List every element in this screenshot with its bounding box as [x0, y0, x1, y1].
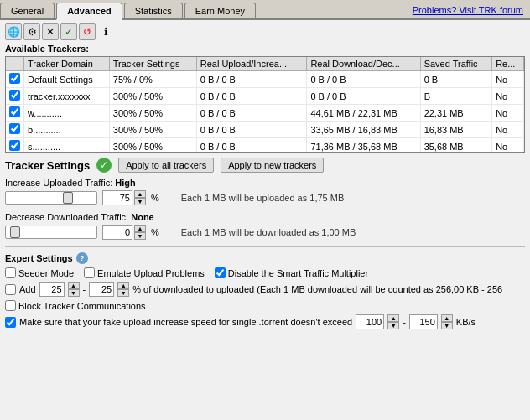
col-saved: Saved Traffic [420, 57, 492, 71]
col-settings: Tracker Settings [109, 57, 196, 71]
globe-icon[interactable]: 🌐 [5, 23, 22, 40]
upload-decrement-btn[interactable]: ▼ [134, 198, 146, 205]
download-increment-btn[interactable]: ▲ [134, 225, 146, 232]
expert-help-icon[interactable]: ? [76, 252, 88, 264]
tracker-settings-title: Tracker Settings [5, 159, 90, 172]
speed-unit-label: KB/s [456, 317, 475, 327]
tab-general[interactable]: General [0, 3, 55, 18]
speed-v2-increment-btn[interactable]: ▲ [441, 314, 453, 322]
row-download-0: 0 B / 0 B [307, 71, 420, 88]
apply-new-button[interactable]: Apply to new trackers [221, 158, 324, 173]
tab-statistics[interactable]: Statistics [124, 3, 183, 18]
upload-info-text: Each 1 MB will be uploaded as 1,75 MB [181, 193, 344, 203]
add-value1-input[interactable] [39, 282, 65, 297]
row-checkbox-cell[interactable] [6, 88, 24, 105]
row-domain-1: tracker.xxxxxxx [24, 88, 110, 105]
speed-v1-increment-btn[interactable]: ▲ [387, 314, 399, 322]
add-checkbox[interactable] [5, 284, 16, 295]
speed-v1-decrement-btn[interactable]: ▼ [387, 322, 399, 329]
table-header-row: Tracker Domain Tracker Settings Real Upl… [6, 57, 524, 71]
info-icon[interactable]: ℹ [97, 23, 114, 40]
row-checkbox-cell[interactable] [6, 122, 24, 138]
seeder-mode-item: Seeder Mode [5, 267, 74, 278]
disable-smart-label: Disable the Smart Traffic Multiplier [228, 268, 368, 278]
download-info-text: Each 1 MB will be downloaded as 1,00 MB [181, 227, 356, 237]
add-v2-decrement-btn[interactable]: ▼ [117, 289, 129, 297]
speed-v2-decrement-btn[interactable]: ▼ [441, 322, 453, 329]
row-settings-4: 300% / 50% [109, 138, 196, 153]
upload-traffic-row: Increase Uploaded Traffic: High ▲ ▼ % Ea… [5, 178, 525, 205]
row-upload-4: 0 B / 0 B [196, 138, 307, 153]
refresh-red-icon[interactable]: ↺ [79, 23, 96, 40]
row-checkbox-cell[interactable] [6, 138, 24, 153]
make-sure-checkbox[interactable] [5, 317, 16, 328]
speed-dash: - [403, 317, 406, 327]
row-domain-3: b........... [24, 122, 110, 138]
add-value2-input[interactable] [89, 282, 114, 297]
emulate-upload-checkbox[interactable] [84, 267, 95, 278]
tracker-table: Tracker Domain Tracker Settings Real Upl… [6, 57, 524, 153]
available-trackers-label: Available Trackers: [5, 44, 525, 54]
download-unit-label: % [151, 227, 159, 237]
row-checkbox-cell[interactable] [6, 71, 24, 88]
row-upload-0: 0 B / 0 B [196, 71, 307, 88]
disable-smart-checkbox[interactable] [215, 267, 226, 278]
row-re-4: No [492, 138, 524, 153]
upload-slider-thumb[interactable] [63, 192, 73, 204]
row-saved-1: B [420, 88, 492, 105]
row-download-4: 71,36 MB / 35,68 MB [307, 138, 420, 153]
row-settings-0: 75% / 0% [109, 71, 196, 88]
block-checkbox[interactable] [5, 300, 16, 311]
gear-icon[interactable]: ⚙ [23, 23, 40, 40]
emulate-upload-item: Emulate Upload Problems [84, 267, 205, 278]
upload-traffic-label: Increase Uploaded Traffic: High [5, 178, 525, 188]
upload-spinner-btns: ▲ ▼ [134, 190, 146, 205]
add-v1-decrement-btn[interactable]: ▼ [68, 289, 80, 297]
table-row: b........... 300% / 50% 0 B / 0 B 33,65 … [6, 122, 524, 138]
download-slider-track[interactable] [5, 226, 97, 239]
row-checkbox-cell[interactable] [6, 105, 24, 122]
apply-all-button[interactable]: Apply to all trackers [118, 158, 214, 173]
emulate-upload-label: Emulate Upload Problems [97, 268, 205, 278]
row-check-1[interactable] [9, 90, 20, 101]
row-download-3: 33,65 MB / 16,83 MB [307, 122, 420, 138]
toolbar: 🌐 ⚙ ✕ ✓ ↺ ℹ [5, 23, 525, 40]
add-dash: - [83, 284, 86, 294]
speed-spinner2-btns: ▲ ▼ [441, 314, 453, 329]
add-v2-increment-btn[interactable]: ▲ [117, 282, 129, 289]
download-traffic-row: Decrease Downloaded Traffic: None ▲ ▼ % … [5, 212, 525, 240]
download-slider-thumb[interactable] [10, 226, 20, 238]
download-value-input[interactable] [102, 225, 132, 240]
tracker-table-container[interactable]: Tracker Domain Tracker Settings Real Upl… [5, 56, 525, 153]
row-check-0[interactable] [9, 73, 20, 84]
upload-unit-label: % [151, 193, 159, 203]
check-icon[interactable]: ✓ [60, 23, 77, 40]
add-v1-increment-btn[interactable]: ▲ [68, 282, 80, 289]
row-settings-2: 300% / 50% [109, 105, 196, 122]
close-icon[interactable]: ✕ [42, 23, 59, 40]
download-spinner-btns: ▲ ▼ [134, 225, 146, 240]
upload-slider-track[interactable] [5, 191, 97, 205]
trk-forum-link[interactable]: Problems? Visit TRK forum [413, 5, 523, 15]
speed-value2-input[interactable] [409, 314, 438, 329]
speed-value1-input[interactable] [356, 314, 384, 329]
row-domain-2: w........... [24, 105, 110, 122]
table-row: s........... 300% / 50% 0 B / 0 B 71,36 … [6, 138, 524, 153]
row-saved-4: 35,68 MB [420, 138, 492, 153]
tab-advanced[interactable]: Advanced [56, 3, 122, 20]
seeder-mode-label: Seeder Mode [18, 268, 74, 278]
row-check-4[interactable] [9, 140, 20, 151]
add-desc-text: % of downloaded to uploaded (Each 1 MB d… [132, 284, 502, 294]
upload-increment-btn[interactable]: ▲ [134, 190, 146, 198]
tracker-settings-header: Tracker Settings ✓ Apply to all trackers… [5, 158, 525, 173]
upload-value-input[interactable] [102, 190, 132, 205]
row-check-3[interactable] [9, 123, 20, 134]
download-decrement-btn[interactable]: ▼ [134, 232, 146, 240]
tab-earn-money[interactable]: Earn Money [184, 3, 256, 18]
row-check-2[interactable] [9, 106, 20, 117]
upload-slider-row: ▲ ▼ % Each 1 MB will be uploaded as 1,75… [5, 190, 525, 205]
download-traffic-label: Decrease Downloaded Traffic: None [5, 212, 525, 222]
col-re: Re... [492, 57, 524, 71]
row-saved-0: 0 B [420, 71, 492, 88]
seeder-mode-checkbox[interactable] [5, 267, 16, 278]
